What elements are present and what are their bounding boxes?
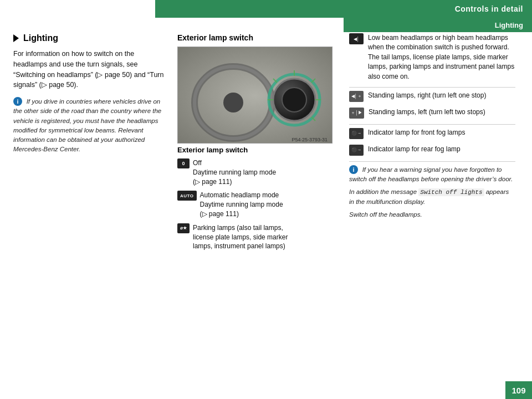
- lowbeam-text: Low beam headlamps or high beam headlamp…: [368, 33, 515, 81]
- right-item-standing-right: ◀│＋ Standing lamps, right (turn left one…: [349, 91, 515, 102]
- parking-text: Parking lamps (also tail lamps, license …: [193, 223, 288, 251]
- svg-text:P54·25-3793-31: P54·25-3793-31: [291, 137, 328, 142]
- middle-column: Exterior lamp switch: [177, 33, 338, 255]
- left-column: Lighting For information on how to switc…: [13, 33, 168, 155]
- code-text: Switch off lights: [418, 188, 484, 196]
- lowbeam-icon: ◀│: [349, 33, 364, 44]
- divider-2: [349, 124, 515, 125]
- divider-3: [349, 161, 515, 162]
- rear-fog-text: Indicator lamp for rear fog lamp: [368, 145, 461, 154]
- right-item-lowbeam: ◀│ Low beam headlamps or high beam headl…: [349, 33, 515, 81]
- switch-subheading: Exterior lamp switch: [177, 146, 338, 154]
- off-text: Off Daytime running lamp mode (▷ page 11…: [193, 158, 276, 186]
- standing-left-icon: ＋│▶: [349, 108, 364, 119]
- right-item-rear-fog: ⚫→ Indicator lamp for rear fog lamp: [349, 145, 515, 156]
- info-text: If you drive in countries where vehicles…: [13, 98, 161, 152]
- front-fog-text: Indicator lamp for front fog lamps: [368, 128, 465, 137]
- right-item-front-fog: ⚫→ Indicator lamp for front fog lamps: [349, 128, 515, 139]
- warning-info-icon: i: [349, 165, 358, 174]
- right-column: ◀│ Low beam headlamps or high beam headl…: [349, 33, 515, 223]
- svg-point-6: [282, 88, 306, 112]
- off-icon: 0: [177, 158, 190, 168]
- section-title: Lighting: [23, 33, 58, 43]
- right-item-standing-left: ＋│▶ Standing lamps, left (turn left two …: [349, 108, 515, 119]
- subheader-bar: Lighting: [344, 18, 532, 32]
- exterior-switch-heading: Exterior lamp switch: [177, 33, 338, 42]
- header-title: Controls in detail: [455, 4, 523, 13]
- switch-item-off: 0 Off Daytime running lamp mode (▷ page …: [177, 158, 338, 186]
- info-box: i If you drive in countries where vehicl…: [13, 97, 168, 155]
- header-bar: Controls in detail: [155, 0, 532, 18]
- page-number: 109: [511, 386, 525, 395]
- left-paragraph-1: For information on how to switch on the …: [13, 49, 168, 90]
- auto-icon: AUTO: [177, 191, 197, 201]
- info-icon: i: [13, 97, 22, 106]
- italic-para-1: In addition the message Switch off light…: [349, 187, 515, 207]
- dashboard-svg: P54·25-3793-31: [178, 47, 332, 144]
- warning-box: i If you hear a warning signal you have …: [349, 165, 515, 185]
- page-number-box: 109: [505, 381, 532, 399]
- section-arrow-icon: [13, 34, 19, 42]
- rear-fog-icon: ⚫→: [349, 145, 364, 156]
- section-heading: Lighting: [13, 33, 168, 43]
- standing-right-text: Standing lamps, right (turn left one sto…: [368, 91, 486, 100]
- switch-image: P54·25-3793-31: [177, 47, 332, 144]
- italic-para-2: Switch off the headlamps.: [349, 210, 515, 219]
- switch-item-parking: ⌀★ Parking lamps (also tail lamps, licen…: [177, 223, 338, 251]
- subheader-subtitle: Lighting: [495, 21, 523, 29]
- svg-point-3: [223, 93, 243, 112]
- divider-1: [349, 87, 515, 88]
- auto-text: Automatic headlamp mode Daytime running …: [200, 191, 283, 218]
- standing-left-text: Standing lamps, left (turn left two stop…: [369, 108, 485, 117]
- standing-right-icon: ◀│＋: [349, 91, 364, 102]
- front-fog-icon: ⚫→: [349, 128, 364, 139]
- switch-item-auto: AUTO Automatic headlamp mode Daytime run…: [177, 191, 338, 218]
- parking-icon: ⌀★: [177, 223, 190, 233]
- warning-text: If you hear a warning signal you have fo…: [349, 166, 513, 182]
